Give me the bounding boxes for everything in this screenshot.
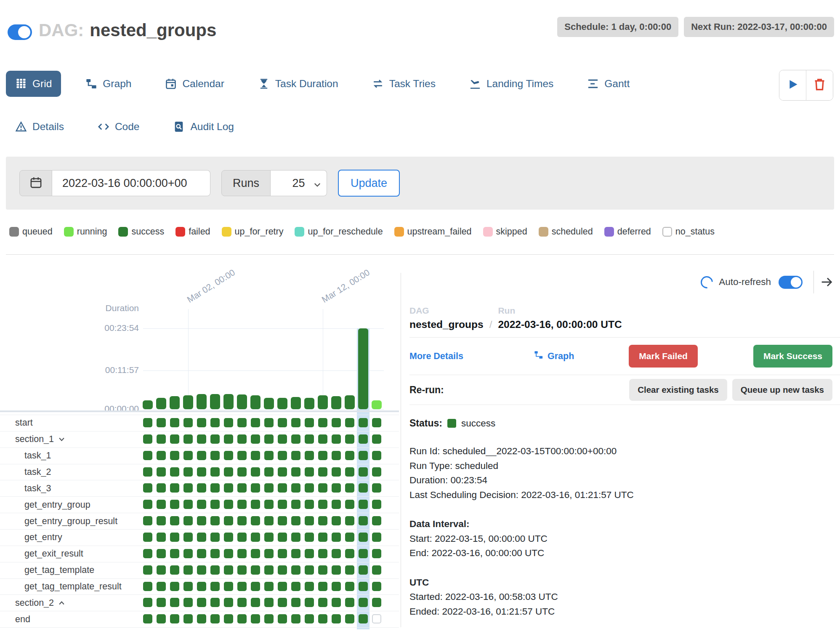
task-instance-cell-success[interactable]: [305, 434, 314, 444]
task-instance-cell-success[interactable]: [170, 500, 179, 509]
task-instance-cell-success[interactable]: [224, 516, 233, 525]
task-instance-cell-success[interactable]: [359, 598, 368, 607]
task-instance-cell-success[interactable]: [170, 614, 179, 623]
task-instance-cell-success[interactable]: [170, 533, 179, 542]
task-instance-cell-success[interactable]: [359, 565, 368, 575]
task-instance-cell-success[interactable]: [157, 451, 166, 460]
task-instance-cell-success[interactable]: [237, 614, 247, 623]
task-instance-cell-success[interactable]: [291, 614, 300, 623]
caret-down-icon[interactable]: [58, 435, 66, 443]
run-bar-success[interactable]: [237, 394, 247, 409]
task-instance-cell-success[interactable]: [278, 483, 287, 493]
clear-existing-tasks-button[interactable]: Clear existing tasks: [629, 379, 727, 401]
run-bar-success[interactable]: [197, 394, 207, 409]
run-bar-success[interactable]: [304, 398, 314, 409]
task-instance-cell-success[interactable]: [197, 565, 206, 575]
task-instance-cell-success[interactable]: [183, 434, 193, 444]
task-instance-cell-success[interactable]: [251, 549, 260, 558]
task-instance-cell-success[interactable]: [345, 451, 354, 460]
task-instance-cell-success[interactable]: [372, 598, 381, 607]
task-instance-cell-success[interactable]: [291, 451, 300, 460]
task-instance-cell-success[interactable]: [278, 418, 287, 427]
task-instance-cell-success[interactable]: [359, 500, 368, 509]
task-instance-cell-success[interactable]: [157, 614, 166, 623]
task-instance-cell-success[interactable]: [251, 500, 260, 509]
task-instance-cell-success[interactable]: [224, 451, 233, 460]
task-instance-cell-success[interactable]: [264, 467, 274, 477]
task-instance-cell-success[interactable]: [318, 467, 327, 477]
task-instance-cell-success[interactable]: [359, 533, 368, 542]
task-instance-cell-success[interactable]: [278, 598, 287, 607]
task-instance-cell-success[interactable]: [143, 614, 152, 623]
task-instance-cell-success[interactable]: [197, 614, 206, 623]
task-instance-cell-success[interactable]: [305, 614, 314, 623]
task-instance-cell-success[interactable]: [237, 582, 247, 591]
task-instance-cell-success[interactable]: [210, 598, 220, 607]
run-bar-success[interactable]: [223, 394, 234, 409]
task-instance-cell-success[interactable]: [318, 582, 327, 591]
task-instance-cell-success[interactable]: [237, 434, 247, 444]
task-instance-cell-success[interactable]: [278, 533, 287, 542]
task-instance-cell-success[interactable]: [359, 418, 368, 427]
more-details-link[interactable]: More Details: [409, 351, 534, 362]
task-instance-cell-success[interactable]: [332, 500, 341, 509]
task-instance-cell-success[interactable]: [332, 582, 341, 591]
task-instance-cell-success[interactable]: [170, 516, 179, 525]
task-instance-cell-success[interactable]: [359, 614, 368, 623]
task-instance-cell-success[interactable]: [183, 614, 193, 623]
task-instance-cell-success[interactable]: [318, 516, 327, 525]
task-instance-cell-success[interactable]: [210, 582, 220, 591]
task-instance-cell-success[interactable]: [224, 614, 233, 623]
task-instance-cell-success[interactable]: [305, 451, 314, 460]
task-instance-cell-success[interactable]: [157, 467, 166, 477]
task-instance-cell-success[interactable]: [372, 549, 381, 558]
task-instance-cell-success[interactable]: [278, 451, 287, 460]
task-instance-cell-success[interactable]: [278, 565, 287, 575]
task-instance-cell-success[interactable]: [345, 467, 354, 477]
task-instance-cell-success[interactable]: [264, 434, 274, 444]
task-instance-cell-success[interactable]: [251, 533, 260, 542]
task-instance-cell-success[interactable]: [305, 500, 314, 509]
task-instance-cell-success[interactable]: [318, 533, 327, 542]
task-instance-cell-success[interactable]: [197, 582, 206, 591]
task-instance-cell-success[interactable]: [143, 582, 152, 591]
task-instance-cell-success[interactable]: [197, 549, 206, 558]
task-instance-cell-success[interactable]: [251, 467, 260, 477]
task-instance-cell-success[interactable]: [237, 483, 247, 493]
task-instance-cell-success[interactable]: [183, 598, 193, 607]
task-instance-cell-success[interactable]: [359, 451, 368, 460]
task-instance-cell-success[interactable]: [224, 598, 233, 607]
task-instance-cell-success[interactable]: [183, 418, 193, 427]
task-instance-cell-success[interactable]: [264, 582, 274, 591]
task-instance-cell-success[interactable]: [278, 549, 287, 558]
task-instance-cell-success[interactable]: [264, 533, 274, 542]
mark-failed-button[interactable]: Mark Failed: [629, 345, 698, 368]
task-instance-cell-success[interactable]: [372, 434, 381, 444]
breadcrumb-dag-name[interactable]: nested_groups: [409, 319, 484, 330]
task-instance-cell-success[interactable]: [291, 483, 300, 493]
task-instance-cell-success[interactable]: [251, 614, 260, 623]
task-instance-cell-success[interactable]: [372, 467, 381, 477]
task-instance-cell-success[interactable]: [143, 483, 152, 493]
task-instance-cell-success[interactable]: [332, 598, 341, 607]
task-instance-cell-success[interactable]: [305, 582, 314, 591]
task-instance-cell-success[interactable]: [305, 467, 314, 477]
task-instance-cell-success[interactable]: [170, 582, 179, 591]
task-instance-cell-success[interactable]: [157, 549, 166, 558]
task-instance-cell-success[interactable]: [197, 516, 206, 525]
task-instance-cell-success[interactable]: [143, 418, 152, 427]
task-instance-cell-success[interactable]: [291, 467, 300, 477]
task-instance-cell-success[interactable]: [210, 467, 220, 477]
task-instance-cell-success[interactable]: [372, 533, 381, 542]
task-instance-cell-success[interactable]: [372, 451, 381, 460]
task-instance-cell-success[interactable]: [237, 418, 247, 427]
task-instance-cell-success[interactable]: [345, 483, 354, 493]
task-instance-cell-success[interactable]: [170, 483, 179, 493]
task-instance-cell-success[interactable]: [359, 467, 368, 477]
task-instance-cell-success[interactable]: [251, 451, 260, 460]
task-instance-cell-success[interactable]: [345, 516, 354, 525]
run-bar-success[interactable]: [183, 395, 193, 409]
task-instance-cell-success[interactable]: [251, 418, 260, 427]
task-instance-cell-success[interactable]: [305, 483, 314, 493]
task-instance-cell-success[interactable]: [291, 418, 300, 427]
